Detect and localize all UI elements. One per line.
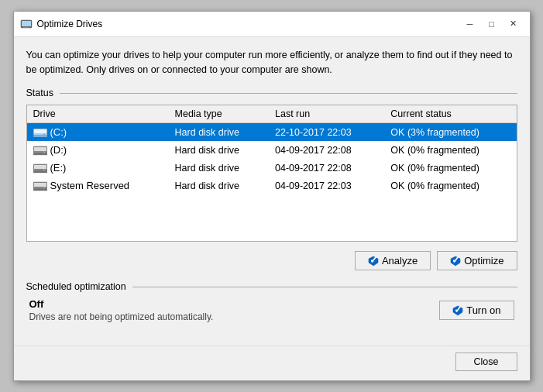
cell-current-status: OK (0% fragmented) <box>384 141 516 159</box>
svg-point-17 <box>43 187 45 188</box>
cell-drive: System Reserved <box>27 177 169 194</box>
shield-analyze-icon: ✓ <box>368 256 379 266</box>
cell-drive: (D:) <box>27 141 169 159</box>
svg-rect-6 <box>33 136 47 137</box>
optimize-drives-window: Optimize Drives ─ □ ✕ You can optimize y… <box>13 11 531 382</box>
table-body: (C:) Hard disk drive22-10-2017 22:03OK (… <box>27 123 517 195</box>
svg-rect-1 <box>22 21 31 26</box>
col-media-type: Media type <box>169 105 269 123</box>
cell-media-type: Hard disk drive <box>169 177 269 194</box>
cell-drive: (E:) <box>27 159 169 177</box>
svg-rect-12 <box>34 165 46 169</box>
svg-rect-4 <box>34 129 46 133</box>
title-bar-controls: ─ □ ✕ <box>460 16 524 32</box>
svg-rect-2 <box>23 27 29 28</box>
cell-current-status: OK (0% fragmented) <box>384 177 516 194</box>
cell-media-type: Hard disk drive <box>169 123 269 142</box>
status-label: Status <box>26 88 53 98</box>
col-last-run: Last run <box>269 105 384 123</box>
description-text: You can optimize your drives to help you… <box>26 48 517 77</box>
table-row[interactable]: (E:) Hard disk drive04-09-2017 22:08OK (… <box>27 159 517 177</box>
status-divider <box>60 93 517 94</box>
cell-last-run: 04-09-2017 22:08 <box>269 141 384 159</box>
svg-point-13 <box>43 169 45 170</box>
drive-icon <box>33 181 47 191</box>
drives-table-container: Drive Media type Last run Current status… <box>26 105 517 242</box>
cell-media-type: Hard disk drive <box>169 159 269 177</box>
cell-last-run: 22-10-2017 22:03 <box>269 123 384 142</box>
scheduled-left: Off Drives are not being optimized autom… <box>29 298 440 322</box>
cell-current-status: OK (3% fragmented) <box>384 123 516 142</box>
analyze-label: Analyze <box>382 255 418 266</box>
minimize-button[interactable]: ─ <box>460 16 480 32</box>
analyze-button[interactable]: ✓ Analyze <box>355 251 431 270</box>
close-button[interactable]: Close <box>455 352 517 371</box>
svg-rect-8 <box>34 147 46 151</box>
drives-table: Drive Media type Last run Current status… <box>27 105 517 241</box>
svg-text:✓: ✓ <box>369 256 377 266</box>
table-spacer-row <box>27 194 517 241</box>
svg-text:✓: ✓ <box>452 256 460 266</box>
scheduled-section: Scheduled optimization Off Drives are no… <box>26 281 517 322</box>
optimize-button[interactable]: ✓ Optimize <box>437 251 517 270</box>
title-bar-left: Optimize Drives <box>20 18 103 30</box>
svg-rect-14 <box>33 171 47 173</box>
table-row[interactable]: System Reserved Hard disk drive04-09-201… <box>27 177 517 194</box>
window-icon <box>20 18 33 30</box>
scheduled-status: Off <box>29 298 440 310</box>
title-bar: Optimize Drives ─ □ ✕ <box>14 12 530 37</box>
drive-icon <box>33 163 47 174</box>
table-row[interactable]: (C:) Hard disk drive22-10-2017 22:03OK (… <box>27 123 517 142</box>
svg-text:✓: ✓ <box>454 305 462 315</box>
window-title: Optimize Drives <box>37 19 103 29</box>
shield-optimize-icon: ✓ <box>450 256 461 266</box>
scheduled-label: Scheduled optimization <box>26 281 126 292</box>
main-content: You can optimize your drives to help you… <box>14 37 530 346</box>
svg-point-5 <box>43 133 45 135</box>
cell-media-type: Hard disk drive <box>169 141 269 159</box>
drive-icon <box>33 145 47 156</box>
drive-icon <box>33 127 47 138</box>
scheduled-row: Off Drives are not being optimized autom… <box>26 298 517 322</box>
table-row[interactable]: (D:) Hard disk drive04-09-2017 22:08OK (… <box>27 141 517 159</box>
svg-rect-16 <box>34 183 46 187</box>
col-current-status: Current status <box>384 105 516 123</box>
col-drive: Drive <box>27 105 169 123</box>
footer: Close <box>14 346 530 380</box>
maximize-button[interactable]: □ <box>482 16 502 32</box>
shield-turnon-icon: ✓ <box>452 305 463 316</box>
cell-last-run: 04-09-2017 22:03 <box>269 177 384 194</box>
analyze-optimize-row: ✓ Analyze ✓ Optimize <box>26 251 517 270</box>
scheduled-description: Drives are not being optimized automatic… <box>29 311 440 322</box>
close-window-button[interactable]: ✕ <box>503 16 524 32</box>
svg-rect-18 <box>33 189 47 191</box>
scheduled-header: Scheduled optimization <box>26 281 517 292</box>
table-header-row: Drive Media type Last run Current status <box>27 105 517 123</box>
optimize-label: Optimize <box>464 255 503 266</box>
scheduled-divider <box>132 287 517 287</box>
turn-on-label: Turn on <box>466 304 500 316</box>
cell-last-run: 04-09-2017 22:08 <box>269 159 384 177</box>
cell-drive: (C:) <box>27 123 169 142</box>
status-header: Status <box>26 88 517 98</box>
svg-rect-10 <box>33 153 47 155</box>
turn-on-button[interactable]: ✓ Turn on <box>439 301 514 320</box>
cell-current-status: OK (0% fragmented) <box>384 159 516 177</box>
svg-point-9 <box>43 151 45 153</box>
